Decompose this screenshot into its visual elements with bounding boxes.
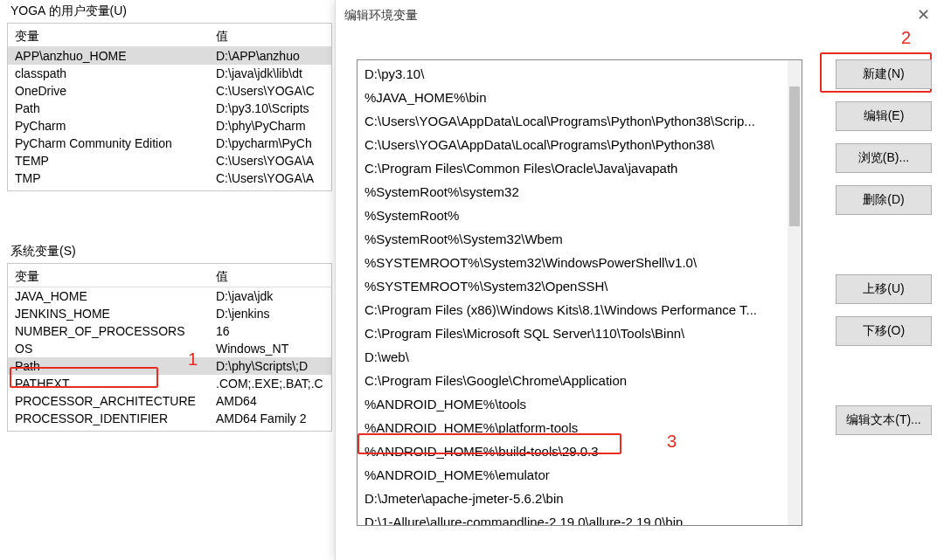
list-item[interactable]: C:\Program Files\Common Files\Oracle\Jav…	[357, 156, 802, 180]
table-row[interactable]: TEMPC:\Users\YOGA\A	[8, 152, 331, 169]
var-name: Path	[8, 100, 209, 117]
table-row[interactable]: PROCESSOR_ARCHITECTUREAMD64	[8, 392, 331, 410]
edit-button[interactable]: 编辑(E)	[836, 101, 932, 131]
list-item[interactable]: %ANDROID_HOME%\tools	[357, 392, 802, 416]
var-name: classpath	[8, 65, 209, 82]
sys-vars-header-var[interactable]: 变量	[8, 267, 209, 287]
list-item[interactable]: D:\Jmeter\apache-jmeter-5.6.2\bin	[357, 487, 802, 510]
var-value: 16	[209, 322, 331, 340]
var-value: AMD64	[209, 392, 331, 410]
var-name: TEMP	[8, 152, 209, 169]
table-row[interactable]: JENKINS_HOMED:\jenkins	[8, 305, 331, 322]
var-value: AMD64 Family 2	[209, 410, 331, 427]
table-row[interactable]: PROCESSOR_IDENTIFIERAMD64 Family 2	[8, 410, 331, 427]
table-row[interactable]: classpathD:\java\jdk\lib\dt	[8, 65, 331, 82]
list-item[interactable]: D:\web\	[357, 345, 802, 369]
list-item[interactable]: %SystemRoot%\System32\Wbem	[357, 227, 802, 251]
list-item[interactable]: %SystemRoot%\system32	[357, 180, 802, 204]
close-icon[interactable]: ✕	[908, 3, 939, 26]
var-name: OneDrive	[8, 82, 209, 100]
var-value: D:\java\jdk\lib\dt	[209, 65, 331, 82]
var-name: NUMBER_OF_PROCESSORS	[8, 322, 209, 340]
var-name: Path	[8, 357, 209, 375]
user-vars-header-val[interactable]: 值	[209, 27, 331, 47]
var-value: .COM;.EXE;.BAT;.C	[209, 375, 331, 392]
var-value: D:\py3.10\Scripts	[209, 100, 331, 117]
var-name: OS	[8, 340, 209, 357]
scrollbar-thumb[interactable]	[789, 86, 800, 226]
var-name: JAVA_HOME	[8, 287, 209, 306]
var-name: PATHEXT	[8, 375, 209, 392]
var-value: Windows_NT	[209, 340, 331, 357]
list-item[interactable]: %ANDROID_HOME%\emulator	[357, 463, 802, 487]
list-item[interactable]: D:\py3.10\	[357, 62, 802, 86]
user-vars-table-box: 变量 值 APP\anzhuo_HOMED:\APP\anzhuoclasspa…	[7, 23, 332, 191]
path-list[interactable]: D:\py3.10\%JAVA_HOME%\binC:\Users\YOGA\A…	[357, 59, 802, 526]
table-row[interactable]: PathD:\py3.10\Scripts	[8, 100, 331, 117]
list-item[interactable]: C:\Program Files\Microsoft SQL Server\11…	[357, 321, 802, 345]
var-name: PyCharm Community Edition	[8, 135, 209, 152]
sys-vars-table: 变量 值 JAVA_HOMED:\java\jdkJENKINS_HOMED:\…	[8, 267, 331, 427]
var-value: D:\phy\Scripts\;D	[209, 357, 331, 375]
list-item[interactable]: %ANDROID_HOME%\build-tools\29.0.3	[357, 439, 802, 463]
var-name: PROCESSOR_IDENTIFIER	[8, 410, 209, 427]
var-name: TMP	[8, 169, 209, 187]
table-row[interactable]: TMPC:\Users\YOGA\A	[8, 169, 331, 187]
list-item[interactable]: %ANDROID_HOME%\platform-tools	[357, 416, 802, 439]
list-item[interactable]: C:\Users\YOGA\AppData\Local\Programs\Pyt…	[357, 133, 802, 156]
sys-vars-table-box: 变量 值 JAVA_HOMED:\java\jdkJENKINS_HOMED:\…	[7, 263, 332, 432]
var-value: C:\Users\YOGA\A	[209, 152, 331, 169]
table-row[interactable]: NUMBER_OF_PROCESSORS16	[8, 322, 331, 340]
move-up-button[interactable]: 上移(U)	[836, 274, 932, 304]
var-value: C:\Users\YOGA\A	[209, 169, 331, 187]
list-item[interactable]: C:\Users\YOGA\AppData\Local\Programs\Pyt…	[357, 109, 802, 133]
var-name: PyCharm	[8, 117, 209, 135]
table-row[interactable]: JAVA_HOMED:\java\jdk	[8, 287, 331, 306]
new-button[interactable]: 新建(N)	[836, 59, 932, 89]
list-item[interactable]: %JAVA_HOME%\bin	[357, 86, 802, 109]
table-row[interactable]: PyCharmD:\phy\PyCharm	[8, 117, 331, 135]
table-row[interactable]: PyCharm Community EditionD:\pycharm\PyCh	[8, 135, 331, 152]
list-item[interactable]: %SYSTEMROOT%\System32\WindowsPowerShell\…	[357, 251, 802, 274]
table-row[interactable]: OneDriveC:\Users\YOGA\C	[8, 82, 331, 100]
list-item[interactable]: D:\1-Allure\allure-commandline-2.19.0\al…	[357, 510, 802, 526]
edit-text-button[interactable]: 编辑文本(T)...	[836, 405, 932, 435]
sys-vars-header-val[interactable]: 值	[209, 267, 331, 287]
var-value: D:\APP\anzhuo	[209, 47, 331, 66]
list-item[interactable]: %SystemRoot%	[357, 204, 802, 227]
var-value: D:\jenkins	[209, 305, 331, 322]
edit-path-dialog: 编辑环境变量 ✕ 2 D:\py3.10\%JAVA_HOME%\binC:\U…	[335, 0, 944, 560]
list-item[interactable]: %SYSTEMROOT%\System32\OpenSSH\	[357, 274, 802, 298]
table-row[interactable]: APP\anzhuo_HOMED:\APP\anzhuo	[8, 47, 331, 66]
var-value: C:\Users\YOGA\C	[209, 82, 331, 100]
delete-button[interactable]: 删除(D)	[836, 185, 932, 215]
var-value: D:\java\jdk	[209, 287, 331, 306]
user-vars-header-var[interactable]: 变量	[8, 27, 209, 47]
table-row[interactable]: PATHEXT.COM;.EXE;.BAT;.C	[8, 375, 331, 392]
var-name: PROCESSOR_ARCHITECTURE	[8, 392, 209, 410]
list-item[interactable]: C:\Program Files\Google\Chrome\Applicati…	[357, 369, 802, 392]
list-item[interactable]: C:\Program Files (x86)\Windows Kits\8.1\…	[357, 298, 802, 321]
table-row[interactable]: OSWindows_NT	[8, 340, 331, 357]
dialog-title: 编辑环境变量	[344, 8, 418, 24]
user-vars-table: 变量 值 APP\anzhuo_HOMED:\APP\anzhuoclasspa…	[8, 27, 331, 187]
scrollbar[interactable]	[788, 60, 802, 525]
var-name: JENKINS_HOME	[8, 305, 209, 322]
var-value: D:\pycharm\PyCh	[209, 135, 331, 152]
var-value: D:\phy\PyCharm	[209, 117, 331, 135]
dialog-titlebar[interactable]: 编辑环境变量 ✕	[336, 0, 944, 31]
move-down-button[interactable]: 下移(O)	[836, 316, 932, 346]
var-name: APP\anzhuo_HOME	[8, 47, 209, 66]
table-row[interactable]: PathD:\phy\Scripts\;D	[8, 357, 331, 375]
browse-button[interactable]: 浏览(B)...	[836, 143, 932, 173]
